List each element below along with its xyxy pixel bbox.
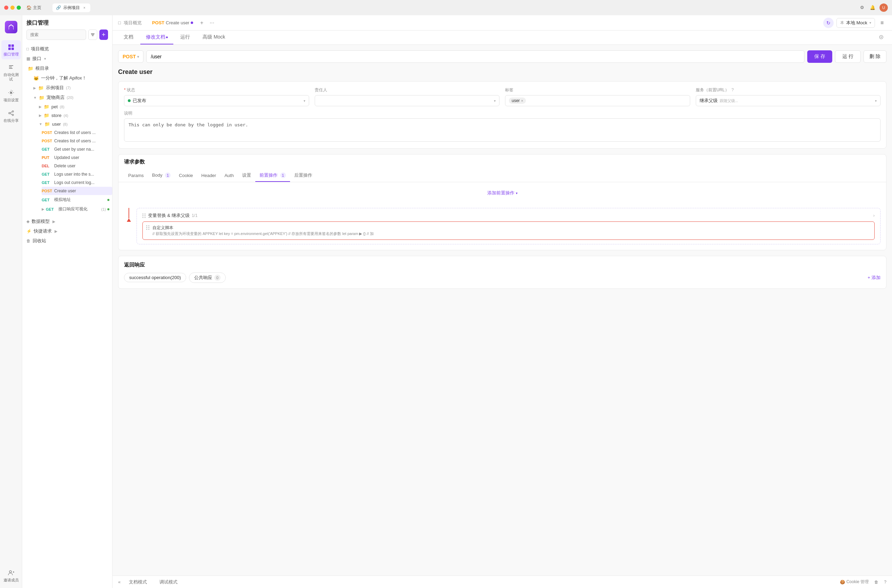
settings-icon[interactable]: ⚙ xyxy=(860,5,866,10)
param-tab-settings[interactable]: 设置 xyxy=(238,170,255,182)
cookie-manage-link[interactable]: 🍪 Cookie 管理 xyxy=(840,579,869,585)
drag-dot xyxy=(144,213,146,214)
add-pre-op-button[interactable]: 添加前置操作 ▾ xyxy=(487,188,517,198)
param-tab-pre-op[interactable]: 前置操作 1 xyxy=(255,170,290,182)
api-creates-list-2[interactable]: POST Creates list of users ... xyxy=(42,137,112,145)
filter-button[interactable] xyxy=(88,30,97,40)
api-name-4: Updated user xyxy=(54,155,110,160)
bottom-help[interactable]: ? xyxy=(884,580,886,585)
user-apis: POST Creates list of users ... POST Crea… xyxy=(22,128,112,195)
param-tab-body[interactable]: Body 1 xyxy=(148,170,175,182)
sd xyxy=(148,227,149,228)
breadcrumb-text[interactable]: 项目概览 xyxy=(124,20,142,26)
sidebar-item-apifox-intro[interactable]: 🐱 一分钟，了解 Apifox！ xyxy=(22,73,112,83)
service-select[interactable]: 继承父级 跟随父级... ▾ xyxy=(696,95,881,106)
inherit-row[interactable]: 变量替换 & 继承父级 1/1 › xyxy=(143,212,875,219)
param-tab-auth[interactable]: Auth xyxy=(220,170,238,182)
sidebar-item-user[interactable]: ▼ 📁 user (8) xyxy=(22,120,112,128)
api-response-visual[interactable]: ▶ GET 接口响应可视化 (1) xyxy=(42,204,112,214)
method-get-3: GET xyxy=(42,180,53,184)
delete-button[interactable]: 删 除 xyxy=(863,50,886,63)
auto-test-label: 自动化测试 xyxy=(3,72,19,82)
sidebar-item-invite-member[interactable]: 邀请成员 xyxy=(2,566,21,585)
api-get-user[interactable]: GET Get user by user na... xyxy=(42,145,112,153)
traffic-lights xyxy=(4,6,21,10)
response-public-tag[interactable]: 公共响应 0 xyxy=(189,273,226,283)
data-models-label: 数据模型 xyxy=(32,218,50,225)
tag-close[interactable]: × xyxy=(521,99,523,103)
sidebar-item-trash[interactable]: 🗑 回收站 xyxy=(22,236,112,246)
tab-doc-mode[interactable]: 文档模式 xyxy=(125,577,151,587)
home-icon: 🏠 xyxy=(26,5,32,10)
service-help-icon[interactable]: ? xyxy=(731,87,734,92)
api-update-user[interactable]: PUT Updated user xyxy=(42,153,112,162)
sidebar-item-api-manage[interactable]: 接口管理 xyxy=(2,40,21,59)
status-select[interactable]: 已发布 ▾ xyxy=(124,95,309,106)
bottom-back-icon[interactable]: « xyxy=(118,579,120,585)
tab-debug-mode[interactable]: 调试模式 xyxy=(155,577,182,587)
inherit-expand-arrow[interactable]: › xyxy=(873,213,875,218)
param-tab-cookie[interactable]: Cookie xyxy=(175,170,197,182)
param-tab-post-op[interactable]: 后置操作 xyxy=(290,170,316,182)
user-avatar[interactable]: U xyxy=(880,3,888,12)
desc-textarea[interactable]: This can only be done by the logged in u… xyxy=(124,118,880,142)
search-input[interactable] xyxy=(26,30,86,40)
close-button[interactable] xyxy=(4,6,8,10)
api-logs-out[interactable]: GET Logs out current log... xyxy=(42,178,112,187)
response-200-tag[interactable]: successful operation(200) xyxy=(124,273,186,282)
api-create-user[interactable]: POST Create user xyxy=(42,187,112,195)
mock-button[interactable]: 本 本地 Mock ▾ xyxy=(836,18,875,28)
api-name-3: Get user by user na... xyxy=(54,147,110,152)
tab-edit-doc[interactable]: 修改文档 xyxy=(140,30,173,44)
method-put-1: PUT xyxy=(42,156,53,160)
tab-run[interactable]: 运行 xyxy=(175,30,196,44)
store-label: store xyxy=(51,113,62,118)
sidebar-item-data-models[interactable]: ◈ 数据模型 ▶ xyxy=(22,217,112,226)
sidebar-item-root[interactable]: 📁 根目录 xyxy=(22,63,112,73)
tab-add-button[interactable]: + xyxy=(197,18,206,27)
sidebar-item-pet[interactable]: ▶ 📁 pet (8) xyxy=(22,102,112,111)
sidebar-item-example-project[interactable]: ▶ 📁 示例项目 (7) xyxy=(22,83,112,93)
bottom-action-1[interactable]: 🗑 xyxy=(874,580,878,585)
url-input[interactable] xyxy=(146,50,805,63)
tab-right-icon[interactable] xyxy=(876,32,886,44)
sidebar-item-online-share[interactable]: 在线分享 xyxy=(2,106,21,126)
add-button[interactable]: + xyxy=(99,30,108,40)
api-mock-address[interactable]: GET 模拟地址 xyxy=(42,195,112,204)
minimize-button[interactable] xyxy=(11,6,15,10)
tab-doc[interactable]: 文档 xyxy=(118,30,139,44)
api-delete-user[interactable]: DEL Delete user xyxy=(42,162,112,170)
method-select[interactable]: POST ▾ xyxy=(118,50,143,63)
refresh-button[interactable]: ↻ xyxy=(823,18,833,28)
param-tab-params[interactable]: Params xyxy=(124,170,148,182)
sidebar-item-quick-requests[interactable]: ⚡ 快捷请求 ▶ xyxy=(22,226,112,236)
api-logs-in[interactable]: GET Logs user into the s... xyxy=(42,170,112,178)
cookie-icon: 🍪 xyxy=(840,580,845,585)
sidebar-item-store[interactable]: ▶ 📁 store (4) xyxy=(22,111,112,120)
tab-close-button[interactable]: × xyxy=(82,5,87,10)
sidebar-item-project-settings[interactable]: 项目设置 xyxy=(2,86,21,105)
tab-more-button[interactable]: ··· xyxy=(207,18,217,27)
save-button[interactable]: 保 存 xyxy=(807,50,832,63)
drag-dot xyxy=(143,217,143,218)
run-button[interactable]: 运 行 xyxy=(835,50,861,63)
active-tab[interactable]: 🔗 示例项目 × xyxy=(53,3,90,12)
api-creates-list-1[interactable]: POST Creates list of users ... xyxy=(42,128,112,137)
tag-select[interactable]: user × xyxy=(505,95,690,106)
sidebar-item-auto-test[interactable]: 自动化测试 xyxy=(2,61,21,84)
notification-icon[interactable]: 🔔 xyxy=(870,5,875,10)
owner-select[interactable]: ▾ xyxy=(315,95,500,106)
tab-advanced-mock[interactable]: 高级 Mock xyxy=(197,30,231,44)
sidebar-item-pet-store[interactable]: ▼ 📁 宠物商店 (20) xyxy=(22,93,112,102)
sidebar-item-project-overview[interactable]: □ 项目概览 xyxy=(22,44,112,54)
add-response-button[interactable]: + 添加 xyxy=(868,274,880,281)
param-tab-header[interactable]: Header xyxy=(197,170,221,182)
api-tab-post-create-user[interactable]: POST Create user xyxy=(149,19,197,27)
hamburger-button[interactable]: ≡ xyxy=(878,18,886,27)
data-models-icon: ◈ xyxy=(26,219,30,224)
home-tab[interactable]: 🏠 主页 xyxy=(24,3,44,12)
avatar-text: U xyxy=(882,6,885,10)
svg-rect-1 xyxy=(12,44,14,47)
maximize-button[interactable] xyxy=(17,6,21,10)
sidebar-item-interface[interactable]: ▦ 接口 ▾ xyxy=(22,54,112,63)
